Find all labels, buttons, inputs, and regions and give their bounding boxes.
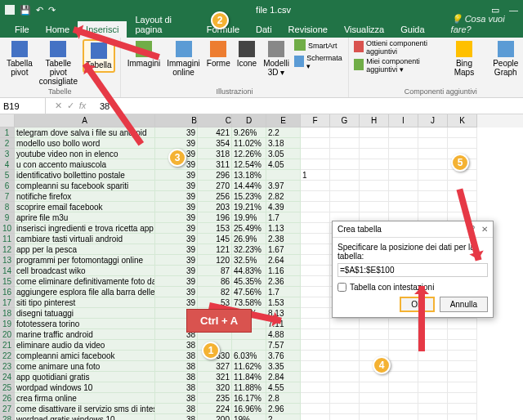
row-header[interactable]: 12 <box>0 244 15 255</box>
cell[interactable]: 39 <box>155 297 198 308</box>
cell[interactable]: 318 <box>198 149 232 159</box>
cell[interactable] <box>301 149 330 159</box>
cell[interactable] <box>448 414 477 420</box>
cell[interactable]: 39 <box>155 255 198 266</box>
cell[interactable] <box>389 393 418 404</box>
cell[interactable]: 38 <box>155 351 198 361</box>
cell[interactable]: 38 <box>155 361 198 372</box>
cell[interactable] <box>448 393 477 404</box>
cell[interactable] <box>418 351 448 361</box>
tab-layout[interactable]: Layout di pagina <box>127 11 198 38</box>
cell[interactable]: 3.05 <box>266 149 301 159</box>
cell[interactable]: 11.62% <box>232 361 266 372</box>
cell[interactable] <box>389 404 418 414</box>
cell[interactable]: 235 <box>198 393 232 404</box>
cell[interactable]: 9.26% <box>232 127 266 138</box>
cell[interactable]: programmi per fotomontaggi online <box>15 255 155 266</box>
cell[interactable]: wordpad windows 10 <box>15 382 155 393</box>
row-header[interactable]: 19 <box>0 319 15 329</box>
cell[interactable]: cell broadcast wiko <box>15 266 155 276</box>
tab-guida[interactable]: Guida <box>392 21 432 38</box>
cell[interactable]: come animare una foto <box>15 361 155 372</box>
cell[interactable] <box>389 319 418 329</box>
cell[interactable] <box>418 361 448 372</box>
cell[interactable]: 38 <box>155 393 198 404</box>
cell[interactable] <box>418 149 448 159</box>
headers-checkbox[interactable] <box>337 283 346 292</box>
row-header[interactable]: 2 <box>0 138 15 149</box>
tab-dati[interactable]: Dati <box>248 21 280 38</box>
cell[interactable] <box>301 404 330 414</box>
row-header[interactable]: 13 <box>0 255 15 266</box>
cell[interactable]: 7.57 <box>266 340 301 351</box>
cell[interactable]: 39 <box>155 266 198 276</box>
fx-cancel-icon[interactable]: ✕ <box>55 101 62 111</box>
cell[interactable]: compleanni su facebook spariti <box>15 181 155 191</box>
cell[interactable] <box>301 234 330 244</box>
cell[interactable]: 3.18 <box>266 138 301 149</box>
row-header[interactable]: 3 <box>0 149 15 159</box>
row-header[interactable]: 16 <box>0 287 15 297</box>
cell[interactable] <box>389 149 418 159</box>
cell[interactable]: 270 <box>198 181 232 191</box>
cell[interactable] <box>301 319 330 329</box>
cell[interactable]: 1 <box>301 170 330 181</box>
cell[interactable] <box>418 414 448 420</box>
row-header[interactable]: 14 <box>0 266 15 276</box>
btn-people-graph[interactable]: People Graph <box>485 39 523 78</box>
cell[interactable] <box>448 170 477 181</box>
row-header[interactable]: 26 <box>0 393 15 404</box>
cell[interactable] <box>301 414 330 420</box>
cell[interactable]: 82 <box>198 287 232 297</box>
cell[interactable] <box>389 138 418 149</box>
cell[interactable]: 47.56% <box>232 287 266 297</box>
row-header[interactable]: 22 <box>0 351 15 361</box>
cell[interactable] <box>448 329 477 340</box>
cell[interactable] <box>389 181 418 191</box>
col-header[interactable]: C <box>198 114 232 127</box>
row-header[interactable]: 11 <box>0 234 15 244</box>
cell[interactable]: 12.26% <box>232 149 266 159</box>
cell[interactable] <box>389 382 418 393</box>
col-header[interactable]: D <box>232 114 266 127</box>
row-header[interactable]: 21 <box>0 340 15 351</box>
cell[interactable]: 296 <box>198 170 232 181</box>
cell[interactable]: 87 <box>198 266 232 276</box>
cell[interactable] <box>389 340 418 351</box>
qat-save-icon[interactable]: 💾 <box>20 5 31 16</box>
cell[interactable] <box>330 181 360 191</box>
qat-undo-icon[interactable]: ↶ <box>36 5 43 16</box>
cell[interactable]: 327 <box>198 361 232 372</box>
cell[interactable]: 3.97 <box>266 181 301 191</box>
row-header[interactable]: 9 <box>0 212 15 223</box>
cell[interactable]: 1.67 <box>266 244 301 255</box>
cell[interactable]: come eliminare definitivamente foto dal <box>15 276 155 287</box>
cell[interactable]: 2.96 <box>266 404 301 414</box>
row-header[interactable]: 20 <box>0 329 15 340</box>
cell[interactable]: 196 <box>198 212 232 223</box>
cell[interactable] <box>448 372 477 382</box>
cell[interactable]: 1.7 <box>266 287 301 297</box>
cell[interactable] <box>330 138 360 149</box>
cell[interactable] <box>301 372 330 382</box>
cell[interactable]: 4.88 <box>266 329 301 340</box>
row-header[interactable]: 10 <box>0 223 15 234</box>
col-header[interactable]: J <box>418 114 448 127</box>
cell[interactable] <box>301 212 330 223</box>
cell[interactable]: 12.54% <box>232 159 266 170</box>
cell[interactable] <box>448 138 477 149</box>
cell[interactable]: 14.44% <box>232 181 266 191</box>
range-input[interactable] <box>337 263 488 277</box>
cell[interactable] <box>330 393 360 404</box>
cell[interactable]: crea firma online <box>15 393 155 404</box>
cell[interactable] <box>330 329 360 340</box>
cell[interactable]: come disattivare il servizio sms di inte… <box>15 404 155 414</box>
name-box[interactable]: B19 <box>0 98 46 114</box>
cell[interactable] <box>301 138 330 149</box>
tab-visualizza[interactable]: Visualizza <box>336 21 392 38</box>
cell[interactable]: app per la pesca <box>15 244 155 255</box>
cell[interactable] <box>330 319 360 329</box>
cell[interactable] <box>418 138 448 149</box>
cell[interactable]: 2.2 <box>266 127 301 138</box>
qat-redo-icon[interactable]: ↷ <box>48 5 56 16</box>
